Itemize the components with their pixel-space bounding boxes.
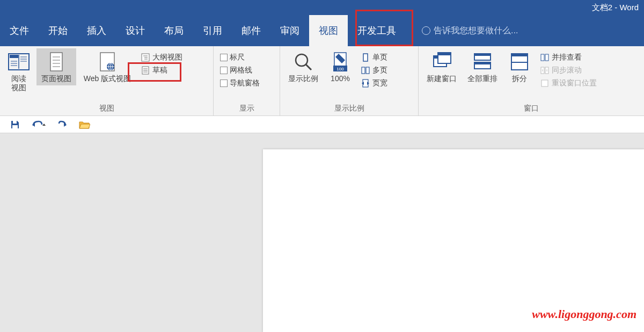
menu-view[interactable]: 视图	[309, 15, 348, 46]
svg-rect-43	[474, 62, 491, 64]
reset-window-icon	[540, 78, 550, 88]
quick-access-toolbar	[0, 116, 644, 133]
tell-me-box[interactable]: 告诉我您想要做什么...	[422, 25, 518, 37]
page-width-label: 页宽	[372, 78, 387, 88]
magnifier-icon	[292, 50, 314, 73]
reset-window-button[interactable]: 重设窗口位置	[538, 77, 599, 89]
multi-page-button[interactable]: 多页	[358, 64, 390, 76]
menu-home[interactable]: 开始	[39, 15, 77, 46]
page-view-button[interactable]: 页面视图	[36, 48, 76, 85]
gridlines-checkbox[interactable]: 网格线	[218, 64, 262, 76]
ribbon-group-show: 标尺 网格线 导航窗格 显示	[214, 46, 280, 116]
side-by-side-icon	[540, 53, 550, 62]
svg-line-28	[306, 64, 311, 70]
svg-rect-39	[438, 53, 451, 55]
checkbox-icon	[220, 54, 228, 61]
save-button[interactable]	[10, 119, 20, 130]
ribbon-group-views: 阅读 视图 页面视图 Web 版式视图 大纲视图	[0, 46, 214, 116]
views-group-label: 视图	[4, 103, 209, 114]
document-title: 文档2 - Word	[592, 3, 639, 13]
zoom-button[interactable]: 显示比例	[284, 48, 322, 85]
sync-scroll-button[interactable]: 同步滚动	[538, 64, 599, 76]
menu-design[interactable]: 设计	[116, 15, 155, 46]
one-page-label: 单页	[372, 53, 387, 62]
outline-icon	[141, 53, 150, 62]
title-bar: 文档2 - Word	[0, 0, 644, 15]
undo-button[interactable]	[31, 119, 46, 130]
svg-rect-48	[545, 54, 548, 61]
svg-text:100: 100	[336, 67, 344, 71]
ruler-checkbox[interactable]: 标尺	[218, 52, 262, 63]
arrange-all-button[interactable]: 全部重排	[464, 48, 501, 85]
arrange-all-icon	[471, 50, 494, 73]
draft-view-label: 草稿	[152, 66, 167, 75]
outline-view-label: 大纲视图	[152, 53, 182, 62]
checkbox-icon	[220, 80, 228, 87]
read-view-button[interactable]: 阅读 视图	[4, 48, 33, 95]
menu-mailings[interactable]: 邮件	[232, 15, 270, 46]
menu-references[interactable]: 引用	[193, 15, 232, 46]
web-view-label: Web 版式视图	[84, 74, 131, 83]
nav-pane-checkbox[interactable]: 导航窗格	[218, 77, 262, 89]
draft-icon	[141, 66, 150, 75]
show-group-label: 显示	[218, 103, 275, 114]
nav-pane-label: 导航窗格	[230, 78, 260, 88]
menu-insert[interactable]: 插入	[77, 15, 116, 46]
lightbulb-icon	[422, 26, 430, 35]
new-window-button[interactable]: 新建窗口	[423, 48, 460, 85]
redo-button[interactable]	[57, 119, 68, 130]
page-view-label: 页面视图	[41, 74, 71, 83]
split-button[interactable]: 拆分	[504, 48, 535, 85]
one-page-icon	[361, 53, 370, 62]
hundred-icon: 100	[329, 50, 352, 73]
svg-rect-34	[366, 67, 369, 74]
checkbox-icon	[220, 67, 228, 74]
hundred-percent-button[interactable]: 100 100%	[325, 48, 355, 85]
side-by-side-button[interactable]: 并排查看	[538, 52, 599, 63]
open-folder-button[interactable]	[78, 119, 90, 130]
new-window-label: 新建窗口	[427, 74, 457, 83]
new-window-icon	[430, 50, 453, 73]
outline-view-button[interactable]: 大纲视图	[138, 52, 185, 63]
web-view-icon	[96, 50, 119, 73]
window-group-label: 窗口	[423, 103, 640, 114]
draft-view-button[interactable]: 草稿	[138, 64, 185, 76]
menu-file[interactable]: 文件	[0, 15, 39, 46]
svg-rect-53	[12, 125, 18, 128]
multi-page-icon	[361, 66, 370, 75]
menu-developer[interactable]: 开发工具	[348, 15, 406, 46]
gridlines-label: 网格线	[230, 66, 252, 75]
arrange-all-label: 全部重排	[467, 74, 497, 83]
side-by-side-label: 并排查看	[552, 53, 582, 62]
menu-review[interactable]: 审阅	[270, 15, 309, 46]
svg-rect-41	[474, 54, 491, 56]
svg-rect-47	[541, 54, 544, 61]
ribbon: 阅读 视图 页面视图 Web 版式视图 大纲视图	[0, 46, 644, 116]
ribbon-group-zoom: 显示比例 100 100% 单页 多页 页宽 显示比例	[280, 46, 419, 116]
ruler-label: 标尺	[230, 53, 245, 62]
page-view-icon	[45, 50, 68, 73]
one-page-button[interactable]: 单页	[358, 52, 390, 63]
svg-rect-9	[50, 53, 62, 71]
web-view-button[interactable]: Web 版式视图	[79, 48, 135, 85]
zoom-group-label: 显示比例	[284, 103, 414, 114]
svg-rect-32	[363, 54, 368, 61]
menu-bar: 文件 开始 插入 设计 布局 引用 邮件 审阅 视图 开发工具 告诉我您想要做什…	[0, 15, 644, 46]
multi-page-label: 多页	[372, 66, 387, 75]
menu-layout[interactable]: 布局	[155, 15, 193, 46]
svg-rect-52	[13, 121, 17, 124]
page-width-icon	[361, 78, 370, 88]
read-view-icon	[8, 50, 30, 73]
sync-scroll-icon	[540, 66, 550, 75]
svg-rect-33	[362, 67, 365, 74]
page-width-button[interactable]: 页宽	[358, 77, 390, 89]
read-view-label: 阅读 视图	[11, 74, 26, 92]
split-label: 拆分	[512, 74, 527, 83]
document-page[interactable]	[263, 149, 644, 332]
document-area	[0, 133, 644, 332]
hundred-label: 100%	[331, 74, 350, 83]
svg-rect-1	[10, 55, 18, 58]
reset-window-label: 重设窗口位置	[552, 78, 597, 88]
svg-point-27	[296, 54, 308, 66]
svg-rect-45	[511, 54, 528, 56]
